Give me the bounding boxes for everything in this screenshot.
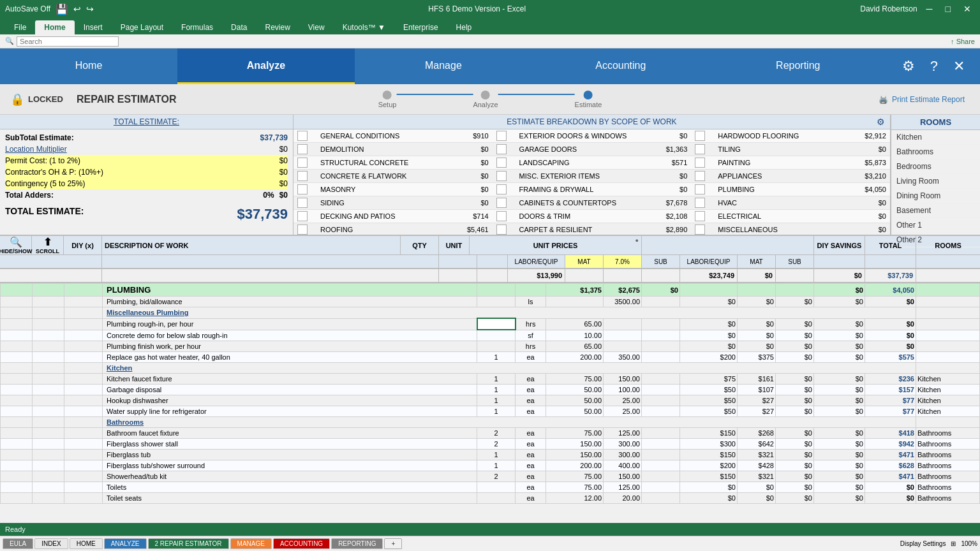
breakdown-check-rr7[interactable] — [695, 211, 705, 221]
step-estimate[interactable]: Estimate — [575, 91, 602, 108]
breakdown-check-r2[interactable] — [496, 144, 507, 154]
room-item-living-room[interactable]: Living Room — [891, 174, 980, 189]
ribbon-tab-help[interactable]: Help — [447, 20, 481, 34]
table-row: Water supply line for refrigerator 1 ea … — [1, 406, 980, 416]
breakdown-check-6[interactable] — [297, 198, 308, 208]
ribbon-tab-insert[interactable]: Insert — [75, 20, 112, 34]
table-row: Bathroom faucet fixture 2 ea 75.00 125.0… — [1, 427, 980, 438]
mat-subheader: MAT — [565, 255, 604, 268]
nav-item-analyze[interactable]: Analyze — [177, 48, 355, 84]
tab-home[interactable]: HOME — [70, 538, 103, 549]
breakdown-row: DECKING AND PATIOS $714 DOORS & TRIM $2,… — [293, 210, 890, 223]
hide-show-button[interactable]: 🔍 HIDE/SHOW — [0, 236, 32, 254]
room-item-kitchen[interactable]: Kitchen — [891, 130, 980, 145]
ribbon-tab-view[interactable]: View — [299, 20, 334, 34]
step-setup[interactable]: Setup — [378, 91, 397, 108]
breakdown-check-8[interactable] — [297, 224, 308, 235]
restore-button[interactable]: □ — [942, 3, 954, 15]
room-item-bathrooms[interactable]: Bathrooms — [891, 145, 980, 159]
close-app-icon[interactable]: ✕ — [953, 58, 965, 75]
subtotal-row: SubTotal Estimate: $37,739 — [5, 132, 288, 143]
bd-label-7: DECKING AND PATIOS — [316, 210, 439, 223]
print-report-button[interactable]: 🖨️ Print Estimate Report — [879, 95, 965, 104]
ribbon-tab-enterprise[interactable]: Enterprise — [394, 20, 447, 34]
breakdown-check-r3[interactable] — [496, 158, 507, 168]
step-analyze[interactable]: Analyze — [473, 91, 498, 108]
help-icon[interactable]: ? — [930, 58, 938, 75]
row-lequip-concrete: 10.00 — [546, 330, 604, 341]
close-button[interactable]: ✕ — [960, 3, 975, 15]
bd-label-rr7: ELECTRICAL — [714, 210, 836, 223]
minimize-button[interactable]: ─ — [923, 3, 937, 15]
breakdown-check-r8[interactable] — [496, 224, 507, 235]
row-unit-bid: ls — [516, 297, 546, 307]
scroll-button[interactable]: ⬆ SCROLL — [32, 236, 64, 254]
room-item-other1[interactable]: Other 1 — [891, 218, 980, 233]
breakdown-check-4[interactable] — [297, 171, 308, 181]
save-icon[interactable]: 💾 — [56, 3, 68, 15]
breakdown-check-r5[interactable] — [496, 184, 507, 195]
contractor-oh-label: Contractor's OH & P: (10%+) — [5, 168, 103, 177]
ribbon-tab-page-layout[interactable]: Page Layout — [112, 20, 172, 34]
breakdown-check-rr1[interactable] — [695, 131, 705, 141]
breakdown-gear-icon[interactable]: ⚙ — [877, 117, 885, 127]
share-button[interactable]: ↑ Share — [951, 38, 975, 45]
nav-item-manage[interactable]: Manage — [355, 48, 532, 84]
ribbon-tab-kutools[interactable]: Kutools™ ▼ — [334, 20, 394, 34]
tab-manage[interactable]: MANAGE — [230, 538, 272, 549]
plumbing-mat: $2,675 — [604, 284, 642, 297]
ribbon-tab-file[interactable]: File — [5, 20, 35, 34]
tab-index[interactable]: INDEX — [34, 538, 68, 549]
subtotal-value: $37,739 — [260, 133, 288, 142]
search-input[interactable] — [17, 36, 119, 47]
breakdown-check-rr8[interactable] — [695, 224, 705, 235]
bd-val-r7: $2,108 — [637, 210, 691, 223]
settings-icon[interactable]: ⚙ — [902, 58, 915, 75]
breakdown-check-2[interactable] — [297, 144, 308, 154]
table-row: Garbage disposal 1 ea 50.00 100.00 $50 $… — [1, 384, 980, 395]
bd-val-3: $0 — [439, 156, 493, 170]
ribbon-tab-review[interactable]: Review — [256, 20, 299, 34]
row-label-plumbing-bid: Plumbing, bid/allowance — [103, 297, 477, 307]
breakdown-check-rr4[interactable] — [695, 171, 705, 181]
room-item-basement[interactable]: Basement — [891, 203, 980, 218]
tab-eula[interactable]: EULA — [3, 538, 33, 549]
nav-item-home[interactable]: Home — [0, 48, 177, 84]
breakdown-check-3[interactable] — [297, 158, 308, 168]
breakdown-check-rr3[interactable] — [695, 158, 705, 168]
breakdown-check-r7[interactable] — [496, 211, 507, 221]
breakdown-check-r1[interactable] — [496, 131, 507, 141]
tab-repair-estimator[interactable]: 2 REPAIR ESTIMATOR — [148, 538, 229, 549]
breakdown-check-5[interactable] — [297, 184, 308, 195]
bd-label-rr3: PAINTING — [714, 156, 836, 170]
bd-val-rr2: $0 — [836, 143, 890, 156]
breakdown-check-7[interactable] — [297, 211, 308, 221]
breakdown-check-1[interactable] — [297, 131, 308, 141]
breakdown-row: GENERAL CONDITIONS $910 EXTERIOR DOORS &… — [293, 129, 890, 143]
breakdown-check-r6[interactable] — [496, 198, 507, 208]
ribbon-tab-home[interactable]: Home — [35, 20, 74, 34]
room-item-dining-room[interactable]: Dining Room — [891, 189, 980, 203]
tab-accounting[interactable]: ACCOUNTING — [273, 538, 330, 549]
location-multiplier-link[interactable]: Location Multiplier — [5, 145, 67, 154]
display-settings-label[interactable]: Display Settings — [900, 540, 946, 547]
breakdown-check-r4[interactable] — [496, 171, 507, 181]
breakdown-check-rr6[interactable] — [695, 198, 705, 208]
add-sheet-button[interactable]: + — [384, 538, 402, 549]
bd-val-4: $0 — [439, 170, 493, 183]
nav-item-reporting[interactable]: Reporting — [709, 48, 887, 84]
row-label-dishwasher: Hookup dishwasher — [103, 395, 477, 406]
redo-icon[interactable]: ↪ — [86, 4, 94, 14]
tab-analyze[interactable]: ANALYZE — [104, 538, 147, 549]
undo-icon[interactable]: ↩ — [73, 4, 81, 14]
nav-item-accounting[interactable]: Accounting — [532, 48, 709, 84]
ribbon-tab-data[interactable]: Data — [222, 20, 256, 34]
tab-reporting[interactable]: REPORTING — [331, 538, 383, 549]
ribbon-tab-formulas[interactable]: Formulas — [172, 20, 222, 34]
qty-input-rough[interactable] — [477, 318, 516, 330]
grid-icon[interactable]: ⊞ — [951, 540, 956, 547]
data-scroll-area[interactable]: PLUMBING $1,375 $2,675 $0 $0 $4,050 Plum… — [0, 283, 980, 523]
breakdown-check-rr5[interactable] — [695, 184, 705, 195]
breakdown-check-rr2[interactable] — [695, 144, 705, 154]
room-item-bedrooms[interactable]: Bedrooms — [891, 159, 980, 174]
